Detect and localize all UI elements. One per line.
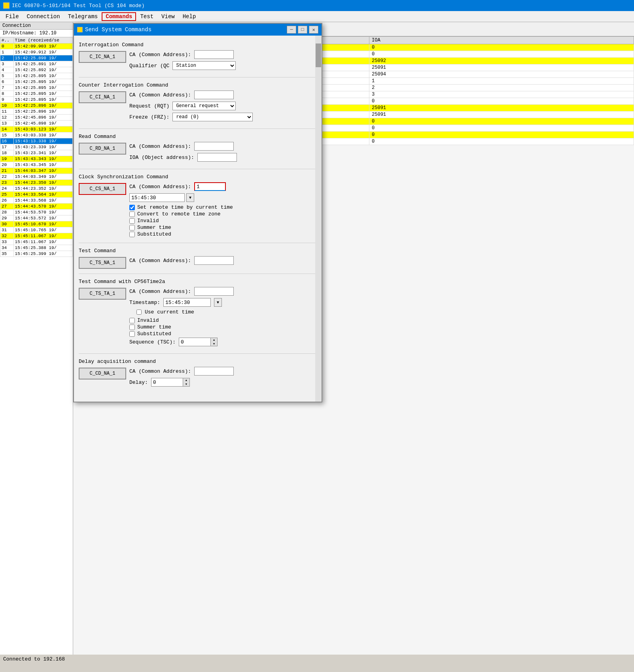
log-row[interactable]: 2015:43:43.345 19/: [0, 162, 73, 168]
log-row[interactable]: 1015:42:25.896 19/: [0, 103, 73, 109]
log-row[interactable]: 3315:45:11.067 19/: [0, 239, 73, 245]
spin-down[interactable]: ▼: [211, 342, 217, 346]
log-row[interactable]: 815:42:25.895 19/: [0, 91, 73, 97]
delay-spin-up[interactable]: ▲: [183, 378, 189, 382]
delay-val-input[interactable]: [151, 378, 183, 387]
dialog-body: Interrogation Command C_IC_NA_1 CA (Comm…: [74, 36, 322, 402]
delay-val-label: Delay:: [129, 379, 148, 385]
log-row[interactable]: 3015:45:10.670 19/: [0, 221, 73, 227]
log-row[interactable]: 215:42:25.890 19/: [0, 55, 73, 61]
cp56-substituted-checkbox[interactable]: [129, 331, 135, 337]
use-current-time-checkbox[interactable]: [136, 310, 142, 315]
cp56-summer-checkbox[interactable]: [129, 325, 135, 330]
counter-freeze-label: Freeze (FRZ):: [129, 114, 169, 120]
c-cd-na-1-button[interactable]: C_CD_NA_1: [79, 368, 126, 379]
menu-help[interactable]: Help: [179, 12, 200, 21]
log-row[interactable]: 515:42:25.895 19/: [0, 73, 73, 79]
counter-freeze-select[interactable]: read (0) freeze without reset (1) freeze…: [172, 113, 253, 121]
counter-request-select[interactable]: General request Counter 1 Counter 2: [172, 102, 236, 110]
log-row[interactable]: 1815:43:23.341 19/: [0, 150, 73, 156]
log-row[interactable]: 2315:44:23.350 19/: [0, 180, 73, 186]
log-row[interactable]: 2215:44:03.349 19/: [0, 174, 73, 180]
log-row[interactable]: 2115:44:03.347 19/: [0, 168, 73, 174]
c-cs-na-1-button[interactable]: C_CS_NA_1: [79, 183, 126, 195]
delay-val-spin[interactable]: ▲ ▼: [183, 378, 190, 387]
log-row[interactable]: 1215:42:45.896 19/: [0, 115, 73, 121]
log-row[interactable]: 2415:44:23.352 19/: [0, 186, 73, 192]
dialog-scrollbar[interactable]: [315, 36, 322, 402]
read-ca-input[interactable]: [194, 142, 234, 151]
c-rd-na-1-button[interactable]: C_RD_NA_1: [79, 143, 126, 155]
summer-time-checkbox[interactable]: [129, 225, 135, 230]
clock-time-row: ▼: [129, 193, 233, 202]
read-ca-label: CA (Common Address):: [129, 143, 191, 149]
log-row[interactable]: 3415:45:25.388 19/: [0, 245, 73, 251]
c-ic-na-1-button[interactable]: C_IC_NA_1: [79, 51, 126, 63]
test-cp56-ts-input[interactable]: [163, 298, 211, 307]
c-ts-na-1-button[interactable]: C_TS_NA_1: [79, 257, 126, 269]
check-convert-row: Convert to remote time zone: [129, 211, 233, 217]
substituted-checkbox[interactable]: [129, 232, 135, 237]
test-cp56-ca-input[interactable]: [194, 287, 234, 296]
delay-spin-down[interactable]: ▼: [183, 382, 189, 386]
spin-up[interactable]: ▲: [211, 338, 217, 342]
test-ca-input[interactable]: [194, 256, 234, 265]
log-row[interactable]: 2615:44:33.568 19/: [0, 198, 73, 204]
clock-ca-input[interactable]: [194, 182, 226, 191]
test-cp56-seq-spin[interactable]: ▲ ▼: [210, 338, 218, 346]
log-row[interactable]: 2815:44:53.570 19/: [0, 210, 73, 215]
interrogation-qualifier-select[interactable]: Station Group 1 Group 2: [172, 61, 236, 70]
set-remote-time-checkbox[interactable]: [129, 205, 135, 210]
test-cp56-ts-dropdown[interactable]: ▼: [214, 298, 222, 307]
invalid-checkbox[interactable]: [129, 218, 135, 224]
menu-file[interactable]: File: [2, 12, 23, 21]
clock-time-input[interactable]: [129, 193, 185, 202]
log-row[interactable]: 1915:43:43.343 19/: [0, 156, 73, 162]
log-row[interactable]: 3115:45:10.765 19/: [0, 227, 73, 233]
c-ts-ta-1-button[interactable]: C_TS_TA_1: [79, 288, 126, 300]
menu-view[interactable]: View: [157, 12, 179, 21]
log-row[interactable]: 715:42:25.895 19/: [0, 85, 73, 91]
minimize-button[interactable]: ─: [287, 26, 296, 34]
log-row[interactable]: 915:42:25.895 19/: [0, 97, 73, 103]
test-cp56-seq-input[interactable]: [179, 338, 210, 346]
log-row[interactable]: 1515:43:03.338 19/: [0, 132, 73, 138]
log-row[interactable]: 2515:44:33.564 19/: [0, 192, 73, 198]
read-ioa-label: IOA (Object address):: [129, 155, 194, 160]
log-row[interactable]: 1615:43:13.338 19/: [0, 138, 73, 144]
log-row[interactable]: 1715:43:23.339 19/: [0, 144, 73, 150]
log-row[interactable]: 015:42:09.903 19/: [0, 43, 73, 49]
interrogation-ca-input[interactable]: [194, 50, 234, 59]
test-cp56-section: Test Command with CP56Time2a C_TS_TA_1 C…: [79, 279, 317, 354]
log-row[interactable]: 1115:42:25.896 19/: [0, 109, 73, 115]
log-row[interactable]: 1315:42:45.898 19/: [0, 121, 73, 126]
close-button[interactable]: ✕: [309, 26, 318, 34]
log-row[interactable]: 1415:43:03.123 19/: [0, 126, 73, 132]
maximize-button[interactable]: □: [298, 26, 307, 34]
menu-test[interactable]: Test: [136, 12, 157, 21]
delay-ca-input[interactable]: [194, 367, 234, 376]
log-row[interactable]: 415:42:25.892 19/: [0, 67, 73, 73]
counter-ca-input[interactable]: [194, 91, 234, 99]
menu-telegrams[interactable]: Telegrams: [64, 12, 102, 21]
log-row[interactable]: 115:42:09.912 19/: [0, 49, 73, 55]
scrollbar-thumb[interactable]: [316, 43, 321, 67]
log-row[interactable]: 615:42:25.895 19/: [0, 79, 73, 85]
test-cp56-seq-label: Sequence (TSC):: [129, 339, 176, 345]
convert-timezone-checkbox[interactable]: [129, 211, 135, 217]
read-ioa-input[interactable]: [197, 153, 237, 162]
menu-commands[interactable]: Commands: [102, 12, 136, 21]
dialog-title-bar: Send System Commands ─ □ ✕: [74, 24, 322, 36]
log-row[interactable]: 3515:45:25.399 19/: [0, 251, 73, 257]
clock-time-dropdown[interactable]: ▼: [186, 193, 194, 202]
c-ci-na-1-button[interactable]: C_CI_NA_1: [79, 91, 126, 103]
log-row[interactable]: 3215:45:11.067 19/: [0, 233, 73, 239]
log-row[interactable]: 2915:44:53.572 19/: [0, 215, 73, 221]
test-cp56-ts-row: Timestamp: ▼: [129, 298, 234, 307]
menu-connection[interactable]: Connection: [23, 12, 64, 21]
log-row[interactable]: 2715:44:43.570 19/: [0, 204, 73, 210]
cp56-invalid-checkbox[interactable]: [129, 318, 135, 323]
counter-request-label: Request (RQT): [129, 103, 169, 109]
log-row[interactable]: 315:42:25.891 19/: [0, 61, 73, 67]
test-cp56-summer-row: Summer time: [129, 324, 234, 330]
